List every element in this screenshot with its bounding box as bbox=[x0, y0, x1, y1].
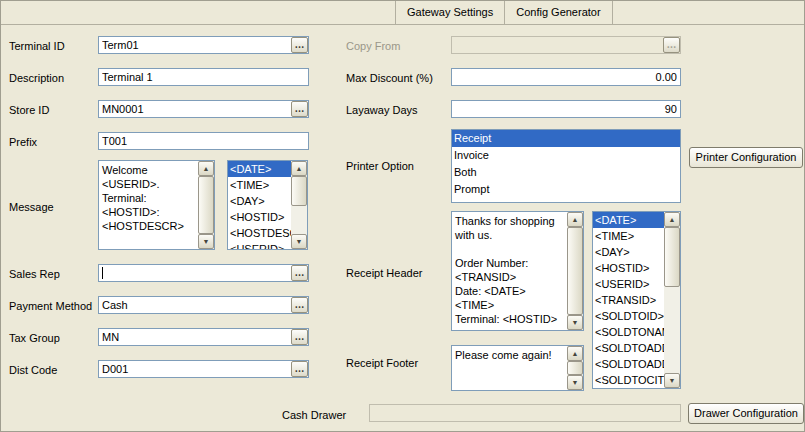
list-item[interactable]: <SOLDTOID> bbox=[593, 308, 664, 324]
scroll-thumb[interactable] bbox=[198, 176, 214, 234]
ellipsis-icon: … bbox=[295, 299, 305, 310]
drawer-configuration-button[interactable]: Drawer Configuration bbox=[688, 403, 804, 424]
scroll-up-icon[interactable]: ▲ bbox=[291, 161, 307, 176]
terminal-id-label: Terminal ID bbox=[9, 39, 65, 53]
scroll-thumb[interactable] bbox=[567, 227, 583, 315]
scroll-up-icon[interactable]: ▲ bbox=[198, 161, 214, 176]
sales-rep-field: … bbox=[98, 264, 309, 282]
layaway-days-input[interactable] bbox=[451, 100, 681, 118]
printer-option-label: Printer Option bbox=[346, 159, 414, 173]
layaway-days-label: Layaway Days bbox=[346, 103, 418, 117]
scroll-thumb[interactable] bbox=[567, 361, 583, 375]
cash-drawer-label: Cash Drawer bbox=[282, 408, 346, 422]
list-item[interactable]: <SOLDTOCIT bbox=[593, 372, 664, 388]
receipt-footer-textarea[interactable]: Please come again! ▲ ▼ bbox=[451, 345, 584, 391]
terminal-settings-window: Gateway Settings Config Generator Termin… bbox=[0, 0, 805, 432]
scroll-down-icon[interactable]: ▼ bbox=[291, 234, 307, 249]
receipt-header-textarea[interactable]: Thanks for shopping with us. Order Numbe… bbox=[451, 211, 584, 331]
message-token-items: <DATE><TIME><DAY><HOSTID><HOSTDESC<USERI… bbox=[228, 161, 291, 249]
tab-gateway-settings[interactable]: Gateway Settings bbox=[395, 1, 504, 25]
list-item[interactable]: <DATE> bbox=[228, 161, 291, 177]
prefix-input[interactable] bbox=[98, 132, 309, 150]
printer-option-listbox[interactable]: ReceiptInvoiceBothPrompt bbox=[451, 129, 681, 203]
payment-method-field: … bbox=[98, 296, 309, 314]
payment-method-browse-button[interactable]: … bbox=[291, 297, 308, 313]
list-item[interactable]: <TRANSID> bbox=[593, 292, 664, 308]
max-discount-label: Max Discount (%) bbox=[346, 71, 433, 85]
list-item[interactable]: Receipt bbox=[452, 130, 680, 147]
scroll-up-icon[interactable]: ▲ bbox=[664, 212, 680, 227]
store-id-input[interactable] bbox=[98, 100, 309, 118]
scroll-thumb[interactable] bbox=[291, 176, 307, 206]
list-item[interactable]: <SOLDTONAM bbox=[593, 324, 664, 340]
dist-code-field: … bbox=[98, 360, 309, 378]
message-text: Welcome <USERID>. Terminal: <HOSTID>: <H… bbox=[100, 162, 197, 248]
message-textarea[interactable]: Welcome <USERID>. Terminal: <HOSTID>: <H… bbox=[98, 160, 215, 250]
list-item[interactable]: <SOLDTOADD bbox=[593, 340, 664, 356]
list-item[interactable]: <SOLDTOADD bbox=[593, 356, 664, 372]
message-token-listbox[interactable]: <DATE><TIME><DAY><HOSTID><HOSTDESC<USERI… bbox=[227, 160, 308, 250]
payment-method-input[interactable] bbox=[98, 296, 309, 314]
copy-from-browse-button: … bbox=[663, 37, 680, 53]
prefix-label: Prefix bbox=[9, 135, 37, 149]
list-item[interactable]: <TIME> bbox=[228, 177, 291, 193]
description-input[interactable] bbox=[98, 68, 309, 86]
ellipsis-icon: … bbox=[295, 39, 305, 50]
sales-rep-input[interactable] bbox=[98, 264, 309, 282]
scroll-down-icon[interactable]: ▼ bbox=[664, 373, 680, 388]
terminal-id-browse-button[interactable]: … bbox=[291, 37, 308, 53]
receipt-footer-text: Please come again! bbox=[453, 347, 566, 389]
cash-drawer-field bbox=[369, 404, 681, 422]
terminal-id-input[interactable] bbox=[98, 36, 309, 54]
store-id-field: … bbox=[98, 100, 309, 118]
tax-group-input[interactable] bbox=[98, 328, 309, 346]
receipt-header-scrollbar[interactable]: ▲ ▼ bbox=[567, 212, 583, 330]
store-id-browse-button[interactable]: … bbox=[291, 101, 308, 117]
receipt-token-scrollbar[interactable]: ▲ ▼ bbox=[664, 212, 680, 388]
receipt-footer-scrollbar[interactable]: ▲ ▼ bbox=[567, 346, 583, 390]
dist-code-browse-button[interactable]: … bbox=[291, 361, 308, 377]
scroll-down-icon[interactable]: ▼ bbox=[567, 375, 583, 390]
ellipsis-icon: … bbox=[667, 39, 677, 50]
tab-group: Gateway Settings Config Generator bbox=[395, 1, 613, 25]
dist-code-input[interactable] bbox=[98, 360, 309, 378]
list-item[interactable]: <DAY> bbox=[593, 244, 664, 260]
scroll-up-icon[interactable]: ▲ bbox=[567, 346, 583, 361]
tax-group-field: … bbox=[98, 328, 309, 346]
receipt-footer-label: Receipt Footer bbox=[346, 356, 418, 370]
prefix-field bbox=[98, 132, 309, 150]
scroll-down-icon[interactable]: ▼ bbox=[567, 315, 583, 330]
message-token-scrollbar[interactable]: ▲ ▼ bbox=[291, 161, 307, 249]
message-scrollbar[interactable]: ▲ ▼ bbox=[198, 161, 214, 249]
list-item[interactable]: <HOSTDESC bbox=[228, 225, 291, 241]
scroll-down-icon[interactable]: ▼ bbox=[198, 234, 214, 249]
scroll-up-icon[interactable]: ▲ bbox=[567, 212, 583, 227]
list-item[interactable]: <USERID> bbox=[593, 276, 664, 292]
list-item[interactable]: Prompt bbox=[452, 181, 680, 198]
cash-drawer-input bbox=[369, 404, 681, 422]
list-item[interactable]: Invoice bbox=[452, 147, 680, 164]
list-item[interactable]: <HOSTID> bbox=[228, 209, 291, 225]
tax-group-browse-button[interactable]: … bbox=[291, 329, 308, 345]
list-item[interactable]: <DAY> bbox=[228, 193, 291, 209]
list-item[interactable]: <HOSTID> bbox=[593, 260, 664, 276]
text-caret bbox=[102, 267, 103, 279]
ellipsis-icon: … bbox=[295, 267, 305, 278]
ellipsis-icon: … bbox=[295, 331, 305, 342]
printer-configuration-button[interactable]: Printer Configuration bbox=[689, 147, 803, 168]
receipt-token-listbox[interactable]: <DATE><TIME><DAY><HOSTID><USERID><TRANSI… bbox=[592, 211, 681, 389]
terminal-id-field: … bbox=[98, 36, 309, 54]
copy-from-label: Copy From bbox=[346, 39, 400, 53]
list-item[interactable]: <USERID> bbox=[228, 241, 291, 249]
list-item[interactable]: <DATE> bbox=[593, 212, 664, 228]
tab-config-generator[interactable]: Config Generator bbox=[504, 1, 612, 25]
list-item[interactable]: Both bbox=[452, 164, 680, 181]
max-discount-input[interactable] bbox=[451, 68, 681, 86]
copy-from-input bbox=[451, 36, 681, 54]
scroll-thumb[interactable] bbox=[664, 227, 680, 287]
receipt-token-items: <DATE><TIME><DAY><HOSTID><USERID><TRANSI… bbox=[593, 212, 664, 388]
list-item[interactable]: <TIME> bbox=[593, 228, 664, 244]
tax-group-label: Tax Group bbox=[9, 331, 60, 345]
sales-rep-browse-button[interactable]: … bbox=[291, 265, 308, 281]
layaway-days-field bbox=[451, 100, 681, 118]
